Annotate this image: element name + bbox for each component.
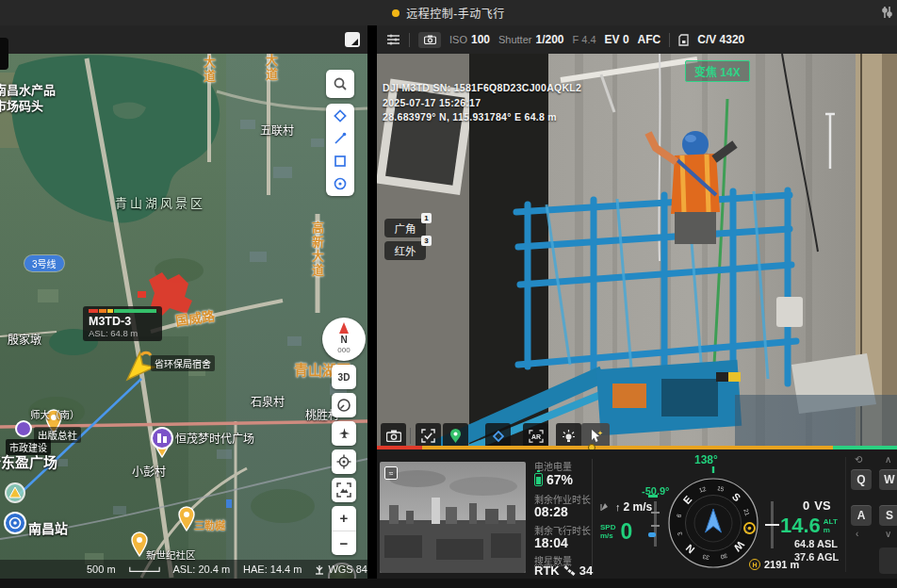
camera-mode-icon[interactable] [418, 32, 441, 48]
lens-wide-hotkey: 1 [421, 213, 432, 223]
shutter-label: Shutter [498, 34, 531, 45]
map-label: 新东盈广场 [0, 451, 57, 471]
alt-label: ALT [824, 517, 838, 526]
checklist-grid-button[interactable] [416, 423, 441, 449]
ar-overlay-button[interactable]: AR [523, 423, 548, 449]
asl-value: 64.8 ASL [794, 538, 838, 549]
drone-name: M3TD-3 [89, 315, 156, 328]
left-icon: ‹ [856, 529, 858, 539]
wind-speed: 2 m/s [624, 500, 653, 514]
draw-rect-tool[interactable] [333, 154, 348, 169]
speed-value: 0 [620, 519, 632, 545]
ai-pointer-button[interactable] [581, 423, 610, 449]
zoom-level-badge[interactable]: 变焦 14X [685, 60, 750, 82]
map-asl: ASL: 20.4 m [173, 564, 231, 575]
lens-ir-hotkey: 3 [421, 236, 432, 246]
storage-value: C/V 4320 [697, 33, 744, 46]
zoom-control: + − [332, 506, 356, 555]
draw-point-tool[interactable] [333, 108, 348, 123]
divider [845, 457, 846, 572]
drone-map-label[interactable]: M3TD-3 ASL: 64.8 m [83, 306, 162, 341]
secondary-view-thumbnail[interactable]: ≈ [380, 462, 526, 573]
yaw-left-icon: ⟲ [855, 454, 862, 465]
map-label: 南昌站 [28, 518, 68, 537]
map-label: 三勒樾 [194, 517, 225, 532]
slider-tick [651, 512, 660, 514]
map-scale-value: 500 m [87, 564, 116, 575]
map-label: 殷家墩 [8, 331, 41, 347]
hengmao-mall-pin [152, 428, 172, 449]
shutter-value: 1/200 [535, 33, 563, 46]
camera-menu-icon[interactable] [386, 34, 400, 45]
locate-me-button[interactable] [332, 449, 356, 474]
title-bar: 远程控制-手动飞行 [0, 0, 897, 25]
left-edge-tab[interactable] [0, 38, 8, 70]
alt-unit: m [824, 526, 838, 534]
settings-sliders-icon[interactable] [880, 6, 893, 23]
storage-card-icon [678, 34, 689, 46]
osd-sn-line: DJI M3TD SN: 1581F6Q8D23CJ00AQKL2 [383, 82, 581, 93]
capture-mode-button[interactable] [381, 423, 406, 449]
camera-settings-bar[interactable]: ISO100 Shutter1/200 F 4.4 EV 0 AFC C/V 4… [377, 25, 897, 54]
road-label: 大道 [262, 54, 280, 82]
waypoint-diamond-button[interactable] [485, 423, 511, 449]
focus-mode[interactable]: AFC [638, 33, 661, 46]
swap-view-icon[interactable] [345, 32, 360, 47]
camera-feed[interactable]: 变焦 14X DJI M3TD SN: 1581F6Q8D23CJ00AQKL2… [377, 54, 897, 449]
home-distance-icon: H [749, 559, 760, 570]
iso-label: ISO [449, 34, 467, 45]
thermal-view-icon: ≈ [384, 466, 398, 480]
map-label: 师大（南） [30, 407, 80, 421]
map-hae: HAE: 14.4 m [243, 564, 302, 575]
key-w[interactable]: W [879, 469, 897, 490]
divider [669, 33, 670, 47]
work-time-value: 08:28 [534, 504, 568, 519]
fit-bounds-button[interactable] [332, 478, 356, 502]
osd-gps-line: 28.683979° N, 115.931784° E 64.8 m [383, 111, 557, 122]
wind-arrow: ↑ [615, 501, 621, 513]
key-s[interactable]: S [879, 505, 897, 526]
locate-aircraft-button[interactable] [332, 421, 356, 446]
osd-time-line: 2025-07-17 15:26:17 [383, 97, 481, 108]
map-label: 青山湖风景区 [115, 193, 205, 211]
map-status-bar: 500 m ASL: 20.4 m HAE: 14.4 m WGS 84 [0, 560, 367, 579]
spd-label: SPD [600, 523, 615, 531]
map-search-button[interactable] [326, 70, 354, 98]
zoom-out-button[interactable]: − [332, 531, 356, 556]
ev-value: EV 0 [605, 33, 629, 46]
altitude-marker [765, 524, 779, 526]
svg-text:N: N [340, 335, 347, 345]
map-label: 五联村 [260, 122, 294, 138]
key-a[interactable]: A [851, 505, 872, 526]
map-header [0, 25, 367, 54]
map-3d-button[interactable]: 3D [332, 365, 356, 389]
dji-pilot-window: 远程控制-手动飞行 [0, 0, 897, 588]
agl-value: 37.6 AGL [794, 551, 839, 563]
lens-ir-button[interactable]: 红外 [384, 241, 426, 260]
map-label: 省环保局宿舍 [151, 355, 215, 371]
rtk-label: RTK [534, 564, 560, 578]
video-panel: ISO100 Shutter1/200 F 4.4 EV 0 AFC C/V 4… [377, 25, 897, 579]
pitch-marker [648, 532, 656, 537]
map-history-button[interactable] [332, 393, 356, 417]
iso-value: 100 [471, 33, 490, 46]
drone-battery-strip [89, 309, 156, 313]
battery-label: 电池电量 [534, 459, 572, 473]
draw-circle-tool[interactable] [333, 176, 348, 191]
lens-wide-button[interactable]: 广角 [384, 219, 426, 237]
battery-value: 67% [546, 472, 573, 487]
map-label: 恒茂梦时代广场 [175, 430, 254, 446]
svg-text:AR: AR [530, 433, 540, 440]
battery-icon [534, 473, 543, 486]
blue-marker [226, 499, 232, 508]
draw-line-tool[interactable] [333, 131, 348, 146]
map-compass[interactable]: N 000 [322, 318, 366, 361]
map-pin-button[interactable] [443, 423, 468, 449]
map-view[interactable]: 南昌水产品 市场码头 大道 大道 五联村 青山湖风景区 高新大道 3号线 国威路… [0, 54, 367, 579]
map-panel: 南昌水产品 市场码头 大道 大道 五联村 青山湖风景区 高新大道 3号线 国威路… [0, 25, 367, 579]
beacon-light-button[interactable] [556, 423, 581, 449]
map-datum: WGS 84 [328, 564, 367, 575]
key-partial[interactable] [879, 547, 897, 574]
key-q[interactable]: Q [851, 469, 872, 490]
zoom-in-button[interactable]: + [332, 506, 356, 531]
